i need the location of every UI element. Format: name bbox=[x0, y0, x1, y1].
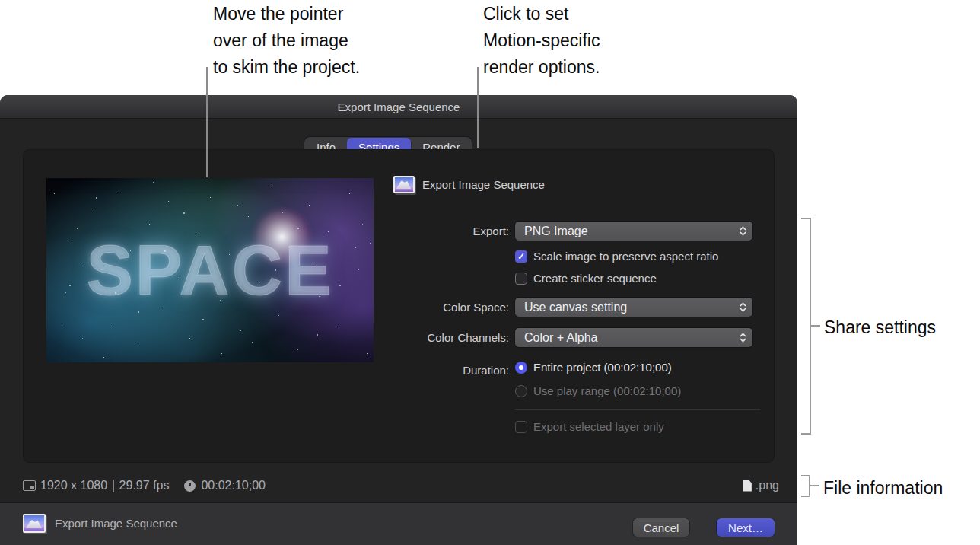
document-icon bbox=[743, 480, 752, 492]
color-space-popup[interactable]: Use canvas setting bbox=[515, 298, 752, 317]
callout-skim-line-1: Move the pointer bbox=[213, 1, 360, 27]
duration-play-range-radio[interactable] bbox=[515, 385, 527, 397]
duration-label: Duration: bbox=[393, 364, 509, 377]
share-settings-callout: Share settings bbox=[824, 314, 936, 341]
file-info-bar: 1920 x 1080 29.97 fps 00:02:10;00 bbox=[23, 474, 266, 497]
footer-title: Export Image Sequence bbox=[55, 517, 177, 530]
color-channels-label: Color Channels: bbox=[393, 331, 509, 344]
popup-chevrons-icon bbox=[740, 333, 746, 343]
form-heading-row: Export Image Sequence bbox=[393, 176, 545, 193]
scale-checkbox-row: ✓ Scale image to preserve aspect ratio bbox=[515, 250, 718, 263]
callout-render-pointer-line bbox=[477, 67, 479, 148]
form-heading: Export Image Sequence bbox=[422, 178, 545, 191]
duration-entire-project-row: Entire project (00:02:10;00) bbox=[515, 361, 672, 374]
color-channels-popup[interactable]: Color + Alpha bbox=[515, 328, 752, 347]
callout-skim-line-3: to skim the project. bbox=[213, 54, 360, 81]
next-button[interactable]: Next… bbox=[717, 518, 775, 537]
sticker-checkbox[interactable] bbox=[515, 272, 527, 285]
callout-skim-line-2: over of the image bbox=[213, 27, 360, 54]
color-channels-popup-value: Color + Alpha bbox=[524, 331, 740, 345]
export-selected-layer-checkbox[interactable] bbox=[515, 421, 527, 433]
cancel-button[interactable]: Cancel bbox=[633, 518, 689, 537]
footer-bar: Export Image Sequence Cancel Next… bbox=[0, 502, 797, 545]
resolution-icon bbox=[23, 480, 36, 491]
callout-skim-pointer-line bbox=[206, 67, 208, 177]
duration-play-range-label: Use play range (00:02:10;00) bbox=[533, 384, 681, 397]
export-popup[interactable]: PNG Image bbox=[515, 222, 752, 241]
project-preview-image[interactable]: SPACE bbox=[46, 178, 374, 362]
fps-value: 29.97 fps bbox=[119, 479, 170, 492]
popup-chevrons-icon bbox=[740, 226, 746, 236]
share-settings-bracket-tick bbox=[810, 325, 820, 327]
settings-panel: SPACE Export Image Sequence Export: PNG … bbox=[23, 149, 775, 463]
file-information-bracket-tick bbox=[809, 485, 819, 486]
share-settings-bracket-bottom bbox=[801, 433, 811, 435]
color-space-popup-value: Use canvas setting bbox=[524, 301, 740, 314]
title-bar[interactable]: Export Image Sequence bbox=[0, 95, 797, 119]
export-selected-layer-label: Export selected layer only bbox=[533, 420, 664, 433]
file-extension: .png bbox=[756, 479, 779, 492]
duration-entire-project-radio[interactable] bbox=[515, 362, 527, 374]
popup-chevrons-icon bbox=[740, 302, 746, 312]
duration-value: 00:02:10;00 bbox=[201, 479, 266, 492]
window-title: Export Image Sequence bbox=[338, 100, 460, 113]
info-separator bbox=[113, 480, 114, 492]
duration-play-range-row: Use play range (00:02:10;00) bbox=[515, 384, 681, 397]
callout-skim-text: Move the pointer over of the image to sk… bbox=[213, 1, 360, 81]
footer-title-group: Export Image Sequence bbox=[23, 514, 177, 533]
resolution-value: 1920 x 1080 bbox=[40, 479, 107, 492]
callout-render-text: Click to set Motion-specific render opti… bbox=[483, 1, 600, 81]
clock-icon bbox=[184, 480, 196, 492]
export-popup-value: PNG Image bbox=[524, 225, 740, 238]
form-divider bbox=[515, 409, 760, 410]
file-information-callout: File information bbox=[823, 475, 943, 502]
file-extension-group: .png bbox=[743, 474, 779, 497]
image-sequence-icon bbox=[393, 176, 415, 193]
export-selected-layer-row: Export selected layer only bbox=[515, 420, 664, 433]
color-space-label: Color Space: bbox=[393, 301, 509, 314]
sticker-checkbox-label: Create sticker sequence bbox=[533, 272, 657, 285]
file-information-bracket-bottom bbox=[801, 496, 810, 497]
scale-checkbox[interactable]: ✓ bbox=[515, 250, 527, 263]
duration-entire-project-label: Entire project (00:02:10;00) bbox=[533, 361, 672, 374]
export-image-sequence-dialog: Export Image Sequence Info Settings Rend… bbox=[0, 95, 797, 545]
preview-title-text: SPACE bbox=[46, 178, 374, 362]
callout-render-line-2: Motion-specific bbox=[483, 27, 600, 54]
scale-checkbox-label: Scale image to preserve aspect ratio bbox=[533, 250, 718, 263]
callout-render-line-3: render options. bbox=[483, 54, 600, 81]
sticker-checkbox-row: Create sticker sequence bbox=[515, 272, 657, 285]
callout-render-line-1: Click to set bbox=[483, 1, 600, 27]
image-sequence-icon bbox=[23, 514, 46, 533]
export-label: Export: bbox=[393, 225, 509, 237]
